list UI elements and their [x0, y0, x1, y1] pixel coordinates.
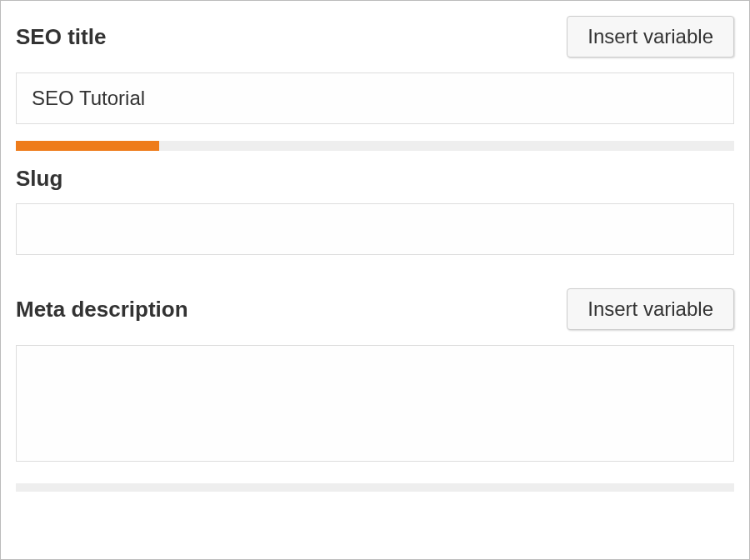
meta-description-label: Meta description	[16, 297, 188, 322]
seo-title-label: SEO title	[16, 24, 106, 50]
slug-section: Slug	[16, 166, 734, 255]
seo-title-section: SEO title Insert variable	[16, 16, 734, 151]
seo-title-progress-bar	[16, 141, 734, 151]
slug-label: Slug	[16, 166, 62, 192]
meta-description-insert-variable-button[interactable]: Insert variable	[567, 288, 734, 330]
slug-header: Slug	[16, 166, 734, 192]
seo-title-insert-variable-button[interactable]: Insert variable	[567, 16, 734, 58]
slug-input[interactable]	[16, 203, 734, 255]
meta-description-progress-bar	[16, 483, 734, 492]
meta-description-header: Meta description Insert variable	[16, 288, 734, 330]
seo-title-header: SEO title Insert variable	[16, 16, 734, 58]
meta-description-input[interactable]	[16, 345, 734, 462]
seo-title-progress-fill	[16, 141, 159, 151]
meta-description-section: Meta description Insert variable	[16, 288, 734, 492]
seo-title-input[interactable]	[16, 72, 734, 124]
